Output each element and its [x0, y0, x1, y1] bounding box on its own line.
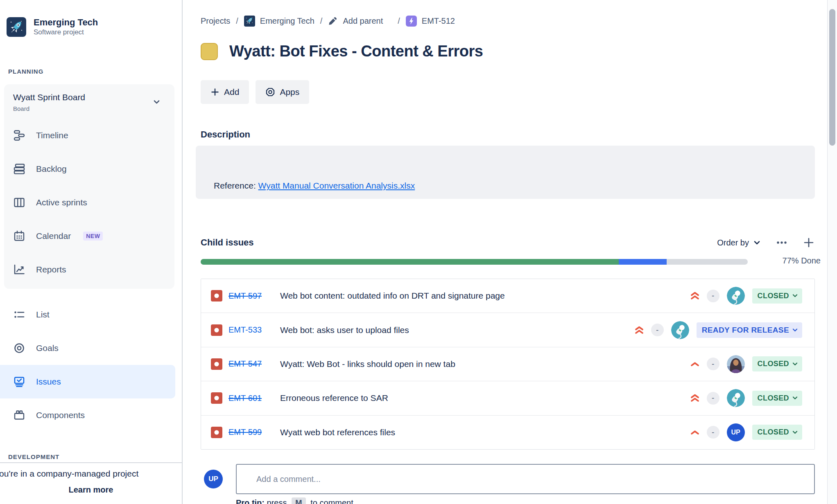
sidebar-item-goals[interactable]: Goals — [0, 331, 175, 365]
issue-summary: Web bot content: outdated info on DRT an… — [280, 291, 505, 301]
issue-title[interactable]: Wyatt: Bot Fixes - Content & Errors — [229, 43, 483, 60]
child-issue-row[interactable]: EMT-547 Wyatt: Web Bot - links should op… — [201, 347, 814, 381]
sidebar-item-label: Active sprints — [36, 198, 87, 207]
sidebar-item-reports[interactable]: Reports — [4, 253, 174, 286]
reference-link[interactable]: Wyatt Manual Conversation Analysis.xlsx — [258, 181, 415, 190]
issue-main: Projects / Emerging Tech / Add parent / … — [183, 0, 827, 504]
priority-highest-icon — [633, 324, 645, 336]
child-issue-row[interactable]: EMT-601 Erroneous reference to SAR - CLO… — [201, 381, 814, 415]
add-button[interactable]: Add — [201, 80, 249, 104]
sidebar: Emerging Tech Software project PLANNING … — [0, 0, 183, 504]
estimate-badge: - — [707, 426, 719, 439]
sidebar-item-label: Reports — [36, 265, 66, 274]
board-selector[interactable]: Wyatt Sprint Board Board — [4, 84, 174, 119]
breadcrumb-project[interactable]: Emerging Tech — [244, 16, 314, 27]
priority-highest-icon — [689, 290, 701, 302]
status-dropdown[interactable]: CLOSED — [752, 425, 802, 440]
goals-icon — [13, 342, 25, 354]
comment-input[interactable] — [256, 474, 806, 484]
learn-more-link[interactable]: Learn more — [0, 485, 182, 495]
add-child-issue-button[interactable] — [803, 236, 815, 249]
pro-tip-tail: to comment — [310, 498, 353, 504]
issue-key-link[interactable]: EMT-547 — [228, 359, 280, 369]
reference-label: Reference: — [214, 181, 258, 190]
assignee-avatar-astronaut[interactable] — [727, 287, 745, 305]
child-issue-row[interactable]: EMT-597 Web bot content: outdated info o… — [201, 279, 814, 313]
chevron-down-icon — [153, 98, 161, 106]
list-icon — [13, 308, 25, 321]
add-parent-button[interactable]: Add parent — [328, 16, 383, 26]
pencil-icon — [328, 16, 338, 26]
status-dropdown[interactable]: CLOSED — [752, 391, 802, 406]
chevron-down-icon — [792, 395, 798, 401]
status-dropdown[interactable]: CLOSED — [752, 356, 802, 371]
estimate-badge: - — [651, 324, 664, 336]
order-by-dropdown[interactable]: Order by — [717, 238, 761, 248]
board-panel: Wyatt Sprint Board Board Timeline Backlo… — [4, 84, 174, 289]
add-button-label: Add — [224, 87, 239, 97]
development-section-label: DEVELOPMENT — [8, 453, 59, 460]
status-label: CLOSED — [758, 292, 789, 300]
sidebar-item-list[interactable]: List — [0, 298, 175, 331]
assignee-avatar-photo[interactable] — [727, 355, 745, 373]
description-heading: Description — [201, 129, 250, 140]
action-buttons: Add Apps — [201, 80, 309, 104]
assignee-avatar-astronaut[interactable] — [671, 321, 689, 339]
bug-type-icon — [211, 290, 222, 302]
backlog-icon — [13, 163, 25, 175]
status-label: CLOSED — [758, 394, 789, 403]
child-issue-row[interactable]: EMT-533 Web bot: asks user to upload fil… — [201, 313, 814, 347]
issue-key-link[interactable]: EMT-601 — [228, 394, 280, 403]
child-issue-row[interactable]: EMT-599 Wyatt web bot references files -… — [201, 416, 814, 449]
sidebar-item-label: Calendar — [36, 231, 71, 241]
issues-icon — [13, 376, 25, 388]
priority-high-icon — [689, 426, 701, 439]
board-name: Wyatt Sprint Board — [13, 92, 166, 102]
issue-summary: Wyatt: Web Bot - links should open in ne… — [280, 359, 455, 369]
sidebar-item-label: Components — [36, 410, 85, 420]
description-reference-line: Reference: Wyatt Manual Conversation Ana… — [214, 181, 415, 191]
scrollbar-track[interactable] — [827, 0, 837, 504]
calendar-icon — [13, 230, 25, 242]
sidebar-item-calendar[interactable]: Calendar NEW — [4, 219, 174, 253]
breadcrumb-projects[interactable]: Projects — [201, 16, 230, 26]
scrollbar-thumb[interactable] — [829, 9, 835, 146]
more-options-button[interactable] — [776, 240, 788, 245]
status-dropdown[interactable]: READY FOR RELEASE — [697, 322, 802, 338]
issue-key-link[interactable]: EMT-599 — [228, 428, 280, 437]
assignee-avatar-astronaut[interactable] — [727, 389, 745, 407]
managed-project-note: You're in a company-managed project — [0, 469, 182, 479]
status-dropdown[interactable]: CLOSED — [752, 288, 802, 304]
breadcrumb-issue-key[interactable]: EMT-512 — [406, 16, 455, 27]
epic-icon — [406, 16, 417, 27]
issue-key-label: EMT-512 — [422, 16, 455, 26]
order-by-label: Order by — [717, 238, 749, 248]
project-rocket-icon — [244, 16, 255, 27]
issue-key-link[interactable]: EMT-533 — [228, 325, 280, 335]
sidebar-item-active-sprints[interactable]: Active sprints — [4, 186, 174, 219]
comment-field[interactable] — [236, 464, 815, 494]
pro-tip-lead: Pro tip: — [236, 498, 265, 504]
sidebar-item-label: List — [36, 310, 50, 320]
issue-key-link[interactable]: EMT-597 — [228, 291, 280, 301]
sidebar-item-components[interactable]: Components — [0, 398, 175, 432]
description-field[interactable]: Reference: Wyatt Manual Conversation Ana… — [196, 146, 815, 199]
current-user-avatar: UP — [204, 470, 223, 488]
child-issues-table: EMT-597 Web bot content: outdated info o… — [201, 279, 815, 450]
sidebar-item-timeline[interactable]: Timeline — [4, 119, 174, 152]
sidebar-item-label: Backlog — [36, 164, 67, 174]
apps-button[interactable]: Apps — [256, 80, 309, 104]
breadcrumb: Projects / Emerging Tech / Add parent / … — [201, 11, 455, 30]
chevron-down-icon — [792, 361, 798, 367]
epic-color-swatch[interactable] — [201, 43, 218, 60]
chevron-down-icon — [792, 327, 798, 333]
project-name: Emerging Tech — [34, 17, 98, 28]
priority-high-icon — [689, 358, 701, 370]
status-label: CLOSED — [758, 428, 789, 436]
assignee-avatar-initials[interactable]: UP — [727, 423, 745, 441]
components-icon — [13, 409, 25, 421]
project-rocket-icon — [7, 17, 26, 37]
sidebar-item-backlog[interactable]: Backlog — [4, 152, 174, 186]
sidebar-item-issues[interactable]: Issues — [0, 365, 175, 398]
progress-done-segment — [201, 259, 619, 265]
